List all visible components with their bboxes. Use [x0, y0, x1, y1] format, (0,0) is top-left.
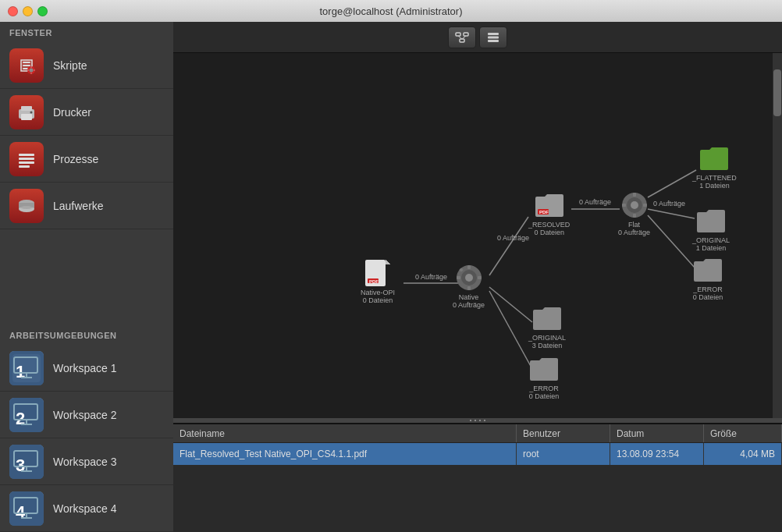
skripte-icon — [9, 48, 44, 83]
sidebar-item-drucker[interactable]: Drucker — [0, 89, 173, 136]
laufwerke-label: Laufwerke — [53, 200, 104, 212]
sidebar-item-laufwerke[interactable]: Laufwerke — [0, 183, 173, 229]
svg-point-63 — [465, 274, 473, 282]
node-original-lower-label: _ORIGINAL — [528, 334, 566, 342]
workflow-view-button[interactable] — [448, 27, 476, 48]
node-flat[interactable]: Flat 0 Aufträge — [618, 190, 650, 236]
file-cell-datum-0: 13.08.09 23:54 — [610, 443, 704, 465]
svg-text:0 Aufträge: 0 Aufträge — [653, 200, 685, 207]
node-error-lower-label: _ERROR — [529, 385, 559, 392]
error-upper-icon — [692, 254, 723, 286]
workspace-item-4[interactable]: 4 Workspace 4 — [0, 485, 173, 532]
col-header-benutzer[interactable]: Benutzer — [517, 424, 610, 442]
workspace-3-icon: 3 — [9, 445, 44, 479]
window-title: torge@localhost (Administrator) — [320, 5, 463, 17]
node-flattened[interactable]: _FLATTENED 1 Dateien — [692, 143, 737, 190]
file-row-0[interactable]: Flat_Resolved_Test Native_OPI_CS4.1.1.pd… — [173, 443, 782, 465]
svg-text:0 Aufträge: 0 Aufträge — [415, 273, 447, 281]
svg-line-48 — [489, 287, 532, 322]
svg-point-6 — [30, 111, 33, 113]
file-list: Dateiname Benutzer Datum Größe Flat_Reso… — [173, 423, 782, 532]
sidebar-spacer — [0, 229, 173, 325]
list-view-button[interactable] — [479, 27, 507, 48]
col-header-groesse[interactable]: Größe — [704, 424, 782, 442]
workspace-item-3[interactable]: 3 Workspace 3 — [0, 438, 173, 485]
workspace-1-icon: 1 — [9, 351, 44, 385]
workspace-item-2[interactable]: 2 Workspace 2 — [0, 392, 173, 438]
sidebar-item-prozesse[interactable]: Prozesse — [0, 136, 173, 183]
original-upper-icon — [695, 205, 727, 236]
node-original-upper[interactable]: _ORIGINAL 1 Dateien — [692, 205, 730, 252]
splitter-handle — [468, 419, 487, 422]
maximize-button[interactable] — [37, 6, 48, 16]
workspace-2-label: Workspace 2 — [53, 409, 116, 421]
node-error-lower[interactable]: _ERROR 0 Dateien — [528, 353, 560, 400]
workspace-item-1[interactable]: 1 Workspace 1 — [0, 345, 173, 392]
workflow-connections: 0 Aufträge 0 Aufträge 0 Aufträge 0 Auftr… — [173, 53, 782, 418]
sidebar: FENSTER Skripte — [0, 22, 173, 532]
workflow-canvas: 0 Aufträge 0 Aufträge 0 Aufträge 0 Auftr… — [173, 53, 782, 418]
svg-rect-67 — [478, 276, 482, 279]
node-resolved-label: _RESOLVED — [528, 221, 570, 229]
file-cell-groesse-0: 4,04 MB — [704, 443, 782, 465]
node-native-opi[interactable]: PDF Native-OPI 0 Dateien — [361, 257, 395, 304]
svg-rect-77 — [643, 204, 647, 207]
col-header-dateiname[interactable]: Dateiname — [173, 424, 517, 442]
laufwerke-icon — [9, 189, 44, 223]
node-native[interactable]: Native 0 Aufträge — [453, 262, 485, 309]
svg-line-52 — [648, 170, 696, 197]
svg-text:PDF: PDF — [539, 210, 549, 215]
svg-text:2: 2 — [16, 409, 25, 428]
workspace-3-label: Workspace 3 — [53, 456, 116, 468]
scrollbar-thumb[interactable] — [773, 69, 781, 116]
file-cell-benutzer-0: root — [517, 443, 610, 465]
svg-rect-42 — [488, 36, 499, 38]
node-original-upper-label: _ORIGINAL — [692, 236, 730, 244]
node-error-upper[interactable]: _ERROR 0 Dateien — [692, 254, 723, 301]
node-error-lower-count: 0 Dateien — [529, 392, 560, 400]
svg-rect-64 — [467, 265, 471, 269]
svg-rect-76 — [622, 204, 626, 207]
prozesse-label: Prozesse — [53, 153, 98, 165]
col-header-datum[interactable]: Datum — [610, 424, 704, 442]
svg-text:4: 4 — [16, 502, 26, 522]
node-flattened-label: _FLATTENED — [692, 174, 737, 182]
node-native-label: Native — [459, 293, 479, 301]
svg-rect-5 — [21, 114, 32, 120]
svg-rect-74 — [633, 193, 636, 197]
drucker-icon — [9, 95, 44, 129]
svg-line-46 — [489, 217, 528, 275]
drucker-label: Drucker — [53, 106, 91, 119]
node-original-lower[interactable]: _ORIGINAL 3 Dateien — [528, 303, 566, 349]
skripte-label: Skripte — [53, 59, 87, 72]
sidebar-item-skripte[interactable]: Skripte — [0, 42, 173, 89]
error-lower-icon — [528, 353, 560, 385]
workspace-4-icon: 4 — [9, 491, 44, 526]
node-original-lower-count: 3 Dateien — [532, 342, 563, 349]
svg-rect-43 — [488, 40, 499, 42]
node-native-opi-label: Native-OPI — [361, 289, 395, 296]
file-list-header: Dateiname Benutzer Datum Größe — [173, 424, 782, 443]
svg-line-49 — [489, 291, 532, 369]
arbeitsumgebungen-label: ARBEITSUMGEBUNGEN — [0, 325, 173, 345]
toolbar — [173, 22, 782, 53]
node-resolved[interactable]: PDF _RESOLVED 0 Dateien — [528, 190, 570, 236]
svg-rect-41 — [488, 33, 499, 35]
svg-text:3: 3 — [16, 456, 25, 475]
minimize-button[interactable] — [23, 6, 33, 16]
resolved-icon: PDF — [534, 190, 565, 221]
close-button[interactable] — [8, 6, 18, 16]
svg-line-53 — [648, 209, 695, 218]
node-error-upper-count: 0 Dateien — [693, 293, 723, 301]
svg-rect-37 — [464, 33, 468, 36]
vertical-scrollbar[interactable] — [773, 53, 782, 418]
svg-line-55 — [648, 215, 695, 268]
svg-rect-9 — [19, 161, 34, 164]
node-native-opi-count: 0 Dateien — [363, 296, 393, 304]
svg-text:0 Aufträge: 0 Aufträge — [579, 198, 611, 206]
svg-rect-7 — [19, 154, 34, 156]
node-flat-label: Flat — [628, 221, 640, 229]
svg-point-14 — [19, 203, 34, 209]
node-original-upper-count: 1 Dateien — [696, 244, 727, 252]
svg-rect-8 — [19, 158, 34, 160]
